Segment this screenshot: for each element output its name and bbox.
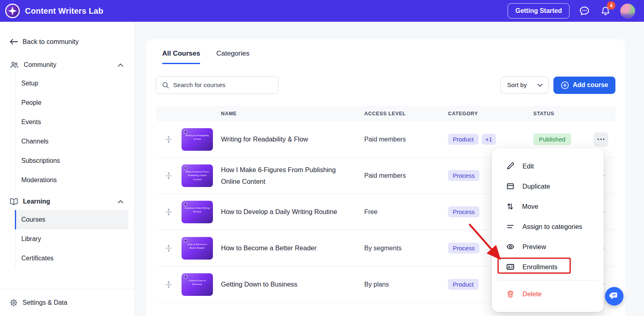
menu-item-assign-to-categories[interactable]: Assign to categories xyxy=(492,216,604,237)
chevron-up-icon xyxy=(118,200,123,204)
menu-item-duplicate[interactable]: Duplicate xyxy=(492,176,604,196)
menu-label: Edit xyxy=(522,162,534,170)
category-badge: Product xyxy=(448,134,479,145)
sidebar-item-library[interactable]: Library xyxy=(16,229,128,249)
drag-handle-icon[interactable] xyxy=(166,281,171,289)
sidebar-section-community[interactable]: Community xyxy=(0,61,134,69)
category-badge: Product xyxy=(448,279,479,290)
community-icon xyxy=(10,61,19,69)
col-header-category: CATEGORY xyxy=(448,111,533,116)
menu-item-move[interactable]: Move xyxy=(492,196,604,216)
back-arrow-icon xyxy=(10,39,18,45)
menu-label: Delete xyxy=(522,290,542,298)
notification-count-badge: 4 xyxy=(607,1,615,10)
notifications-bell-icon[interactable]: 4 xyxy=(599,5,611,17)
course-name: How to Develop a Daily Writing Routine xyxy=(221,206,364,217)
course-name: Writing for Readability & Flow xyxy=(221,133,364,145)
sidebar-item-courses[interactable]: Courses xyxy=(16,210,128,229)
course-search[interactable] xyxy=(156,76,279,94)
messages-icon[interactable] xyxy=(578,5,590,17)
col-header-access: ACCESS LEVEL xyxy=(364,111,448,116)
back-label: Back to community xyxy=(23,38,78,46)
course-access-level: Paid members xyxy=(364,172,448,179)
drag-handle-icon[interactable] xyxy=(166,244,171,252)
sidebar-item-moderations[interactable]: Moderations xyxy=(16,170,128,190)
community-label: Community xyxy=(24,61,56,69)
row-options-button[interactable] xyxy=(594,132,608,147)
eye-icon xyxy=(506,243,514,251)
thumbnail-text: Make 6-Figures From Publishing Online Co… xyxy=(182,170,213,182)
menu-item-edit[interactable]: Edit xyxy=(492,156,604,176)
course-access-level: Paid members xyxy=(364,136,448,143)
course-access-level: Free xyxy=(364,208,448,216)
thumbnail-text: How to Become a Better Reader xyxy=(182,243,213,250)
sidebar-item-channels[interactable]: Channels xyxy=(16,132,128,151)
tab-categories[interactable]: Categories xyxy=(216,50,249,64)
menu-label: Move xyxy=(522,203,538,210)
pencil-icon xyxy=(506,162,514,170)
chevron-down-icon xyxy=(537,83,543,87)
sidebar-item-setup[interactable]: Setup xyxy=(16,74,128,93)
course-access-level: By plans xyxy=(364,281,448,288)
course-name: How I Make 6-Figures From Publishing Onl… xyxy=(221,164,364,187)
gear-icon xyxy=(10,299,18,307)
sidebar: Back to community Community Setup People… xyxy=(0,22,135,316)
user-avatar[interactable] xyxy=(620,4,635,19)
menu-label: Duplicate xyxy=(522,183,550,190)
category-extra-badge: +1 xyxy=(482,134,496,145)
thumbnail-text: Develop a Daily Writing Routine xyxy=(182,206,213,214)
toolbar: Sort by Add course xyxy=(156,76,615,94)
tab-all-courses[interactable]: All Courses xyxy=(162,50,200,64)
menu-label: Enrollments xyxy=(522,263,557,271)
course-name: Getting Down to Business xyxy=(221,279,364,290)
drag-handle-icon[interactable] xyxy=(166,172,171,180)
menu-item-enrollments[interactable]: Enrollments xyxy=(492,257,604,277)
category-badge: Process xyxy=(448,206,479,217)
menu-item-preview[interactable]: Preview xyxy=(492,237,604,257)
sort-by-label: Sort by xyxy=(507,81,527,89)
course-thumbnail: Develop a Daily Writing Routine xyxy=(182,201,213,223)
sidebar-section-learning[interactable]: Learning xyxy=(0,198,134,205)
logo-icon xyxy=(5,3,20,19)
menu-label: Preview xyxy=(522,243,546,251)
menu-label: Assign to categories xyxy=(522,223,582,231)
chat-widget-button[interactable] xyxy=(605,287,623,306)
getting-started-button[interactable]: Getting Started xyxy=(508,3,570,19)
duplicate-icon xyxy=(506,182,514,190)
app-logo[interactable]: Content Writers Lab xyxy=(5,3,103,19)
sidebar-item-subscriptions[interactable]: Subscriptions xyxy=(16,151,128,170)
plus-circle-icon xyxy=(561,81,569,89)
search-icon xyxy=(162,81,169,89)
col-header-name: NAME xyxy=(221,111,364,116)
menu-item-delete[interactable]: Delete xyxy=(492,284,604,304)
table-header-row: NAME ACCESS LEVEL CATEGORY STATUS xyxy=(156,106,615,121)
trash-icon xyxy=(506,290,514,298)
settings-and-data[interactable]: Settings & Data xyxy=(0,289,134,316)
add-course-button[interactable]: Add course xyxy=(553,77,615,94)
sidebar-item-people[interactable]: People xyxy=(16,93,128,112)
category-badge: Process xyxy=(448,243,479,254)
learning-book-icon xyxy=(10,198,18,205)
sidebar-item-certificates[interactable]: Certificates xyxy=(16,249,128,268)
course-thumbnail: Getting Down to Business xyxy=(182,273,213,296)
sidebar-item-events[interactable]: Events xyxy=(16,112,128,132)
course-name: How to Become a Better Reader xyxy=(221,242,364,254)
sort-by-dropdown[interactable]: Sort by xyxy=(500,77,549,94)
learning-label: Learning xyxy=(23,198,50,205)
app-title: Content Writers Lab xyxy=(25,6,103,16)
drag-handle-icon[interactable] xyxy=(166,208,171,216)
topbar: Content Writers Lab Getting Started 4 xyxy=(0,0,644,22)
search-input[interactable] xyxy=(173,81,272,89)
enrollments-id-card-icon xyxy=(506,263,514,271)
back-to-community[interactable]: Back to community xyxy=(0,38,134,46)
thumbnail-text: Writing for Readability & Flow xyxy=(182,134,213,141)
add-course-label: Add course xyxy=(573,81,608,89)
course-thumbnail: Make 6-Figures From Publishing Online Co… xyxy=(182,164,213,187)
drag-handle-icon[interactable] xyxy=(166,135,171,143)
chat-bubble-icon xyxy=(609,291,619,301)
move-arrows-icon xyxy=(506,202,514,210)
menu-divider xyxy=(498,280,597,281)
course-thumbnail: How to Become a Better Reader xyxy=(182,237,213,260)
category-badge: Process xyxy=(448,170,479,181)
community-subnav: Setup People Events Channels Subscriptio… xyxy=(15,74,128,190)
